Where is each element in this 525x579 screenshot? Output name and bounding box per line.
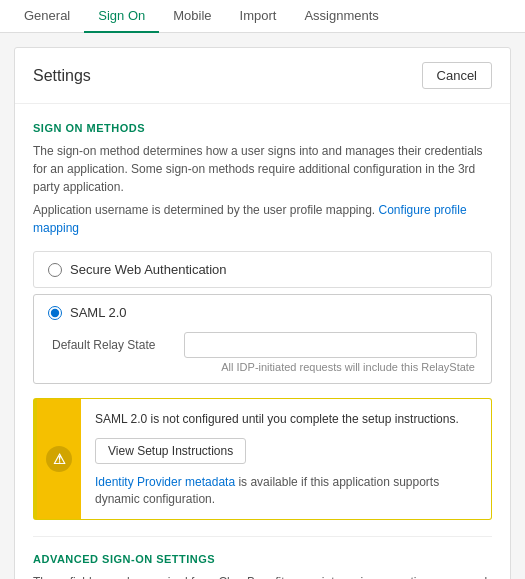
warning-box: ⚠ SAML 2.0 is not configured until you c… [33, 398, 492, 520]
settings-title: Settings [33, 67, 91, 85]
relay-hint: All IDP-initiated requests will include … [52, 361, 477, 373]
tab-assignments[interactable]: Assignments [290, 0, 392, 33]
saml-label[interactable]: SAML 2.0 [70, 305, 127, 320]
saml-fields: Default Relay State All IDP-initiated re… [48, 332, 477, 373]
advanced-desc: These fields may be required for a Clear… [33, 573, 492, 579]
section-divider [33, 536, 492, 537]
relay-state-input[interactable] [184, 332, 477, 358]
sign-on-methods-heading: SIGN ON METHODS [33, 122, 492, 134]
warning-icon: ⚠ [46, 446, 72, 472]
tab-general[interactable]: General [10, 0, 84, 33]
warning-icon-col: ⚠ [37, 399, 81, 519]
tab-bar: General Sign On Mobile Import Assignment… [0, 0, 525, 33]
radio-group: Secure Web Authentication SAML 2.0 Defau… [33, 251, 492, 384]
sign-on-methods-desc1: The sign-on method determines how a user… [33, 142, 492, 196]
relay-state-label: Default Relay State [52, 338, 172, 352]
metadata-text: Identity Provider metadata is available … [95, 474, 477, 508]
identity-provider-metadata-link[interactable]: Identity Provider metadata [95, 475, 235, 489]
settings-header: Settings Cancel [15, 48, 510, 104]
sign-on-methods-desc2: Application username is determined by th… [33, 201, 492, 237]
tab-sign-on[interactable]: Sign On [84, 0, 159, 33]
warning-text: SAML 2.0 is not configured until you com… [95, 411, 477, 428]
advanced-section: ADVANCED SIGN-ON SETTINGS These fields m… [33, 553, 492, 579]
swa-radio[interactable] [48, 263, 62, 277]
relay-state-row: Default Relay State [52, 332, 477, 358]
settings-body: SIGN ON METHODS The sign-on method deter… [15, 104, 510, 579]
settings-card: Settings Cancel SIGN ON METHODS The sign… [14, 47, 511, 579]
view-setup-instructions-button[interactable]: View Setup Instructions [95, 438, 246, 464]
tab-import[interactable]: Import [226, 0, 291, 33]
swa-label[interactable]: Secure Web Authentication [70, 262, 227, 277]
tab-mobile[interactable]: Mobile [159, 0, 225, 33]
warning-content: SAML 2.0 is not configured until you com… [81, 399, 491, 519]
swa-option: Secure Web Authentication [33, 251, 492, 288]
sign-on-methods-section: SIGN ON METHODS The sign-on method deter… [33, 122, 492, 384]
saml-radio[interactable] [48, 306, 62, 320]
saml-option: SAML 2.0 Default Relay State All IDP-ini… [33, 294, 492, 384]
cancel-button[interactable]: Cancel [422, 62, 492, 89]
advanced-heading: ADVANCED SIGN-ON SETTINGS [33, 553, 492, 565]
